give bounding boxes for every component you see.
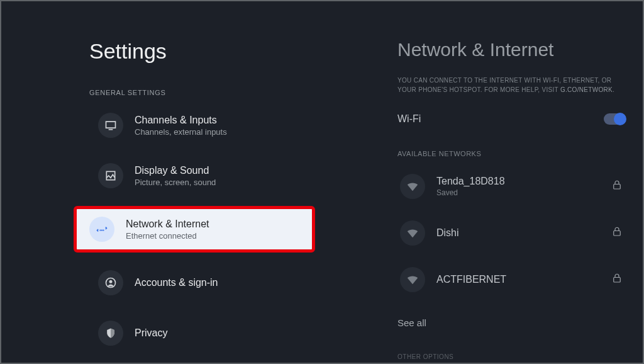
network-list: Tenda_18D818 Saved Dishi ACTFIBERN xyxy=(397,166,625,306)
wifi-label: Wi-Fi xyxy=(397,113,421,125)
desc-link[interactable]: G.CO/NETWORK xyxy=(560,86,613,93)
detail-title: Network & Internet xyxy=(397,39,625,60)
image-icon xyxy=(98,163,123,188)
sidebar-item-network-internet[interactable]: Network & Internet Ethernet connected xyxy=(74,206,315,253)
available-networks-label: AVAILABLE NETWORKS xyxy=(397,150,625,157)
general-settings-label: GENERAL SETTINGS xyxy=(89,89,379,96)
svg-rect-15 xyxy=(614,185,621,190)
svg-point-1 xyxy=(99,230,101,231)
svg-rect-17 xyxy=(614,278,621,283)
settings-list: Channels & Inputs Channels, external inp… xyxy=(89,105,379,364)
account-icon xyxy=(98,270,123,295)
item-sub: Channels, external inputs xyxy=(135,127,227,137)
detail-description: YOU CAN CONNECT TO THE INTERNET WITH WI-… xyxy=(397,76,625,94)
network-item[interactable]: Tenda_18D818 Saved xyxy=(397,166,625,207)
item-texts: Network & Internet Ethernet connected xyxy=(126,219,209,241)
network-name: Tenda_18D818 xyxy=(436,176,505,187)
tv-icon xyxy=(98,113,123,138)
wifi-toggle[interactable] xyxy=(604,113,625,125)
item-sub: Picture, screen, sound xyxy=(135,178,216,187)
network-texts: Tenda_18D818 Saved xyxy=(436,176,505,197)
wifi-icon xyxy=(400,174,425,199)
wifi-icon xyxy=(400,220,425,246)
lock-icon xyxy=(611,179,623,193)
sidebar-item-channels-inputs[interactable]: Channels & Inputs Channels, external inp… xyxy=(89,105,379,145)
network-sub: Saved xyxy=(436,188,505,197)
svg-point-3 xyxy=(103,230,104,231)
item-texts: Display & Sound Picture, screen, sound xyxy=(135,165,216,187)
toggle-knob xyxy=(614,113,626,125)
privacy-icon xyxy=(98,321,123,346)
item-texts: Channels & Inputs Channels, external inp… xyxy=(135,115,227,137)
item-title: Display & Sound xyxy=(135,165,216,176)
item-title: Privacy xyxy=(135,327,167,339)
item-title: Accounts & sign-in xyxy=(135,277,218,288)
network-icon xyxy=(89,217,114,242)
item-sub: Ethernet connected xyxy=(126,231,209,241)
item-texts: Accounts & sign-in xyxy=(135,277,218,288)
other-options-label: OTHER OPTIONS xyxy=(397,353,625,360)
sidebar-item-privacy[interactable]: Privacy xyxy=(89,313,379,353)
network-texts: ACTFIBERNET xyxy=(436,274,506,285)
sidebar-item-display-sound[interactable]: Display & Sound Picture, screen, sound xyxy=(89,156,379,196)
see-all-button[interactable]: See all xyxy=(397,317,625,328)
lock-icon xyxy=(611,273,623,287)
page-title: Settings xyxy=(89,39,379,64)
network-item[interactable]: ACTFIBERNET xyxy=(397,259,625,300)
wifi-icon xyxy=(400,267,425,292)
detail-pane: Network & Internet YOU CAN CONNECT TO TH… xyxy=(379,1,643,363)
network-texts: Dishi xyxy=(436,227,459,239)
sidebar-item-accounts[interactable]: Accounts & sign-in xyxy=(89,263,379,303)
desc-text-b: . xyxy=(613,86,614,93)
item-title: Network & Internet xyxy=(126,219,209,230)
svg-point-2 xyxy=(101,230,103,231)
lock-icon xyxy=(611,226,623,240)
item-texts: Privacy xyxy=(135,327,167,339)
svg-point-5 xyxy=(109,280,113,283)
network-name: ACTFIBERNET xyxy=(436,274,506,285)
svg-rect-16 xyxy=(614,231,621,236)
settings-pane: Settings GENERAL SETTINGS Channels & Inp… xyxy=(1,1,379,363)
network-item[interactable]: Dishi xyxy=(397,213,625,253)
wifi-row[interactable]: Wi-Fi xyxy=(397,113,625,125)
item-title: Channels & Inputs xyxy=(135,115,227,126)
network-name: Dishi xyxy=(436,227,459,239)
